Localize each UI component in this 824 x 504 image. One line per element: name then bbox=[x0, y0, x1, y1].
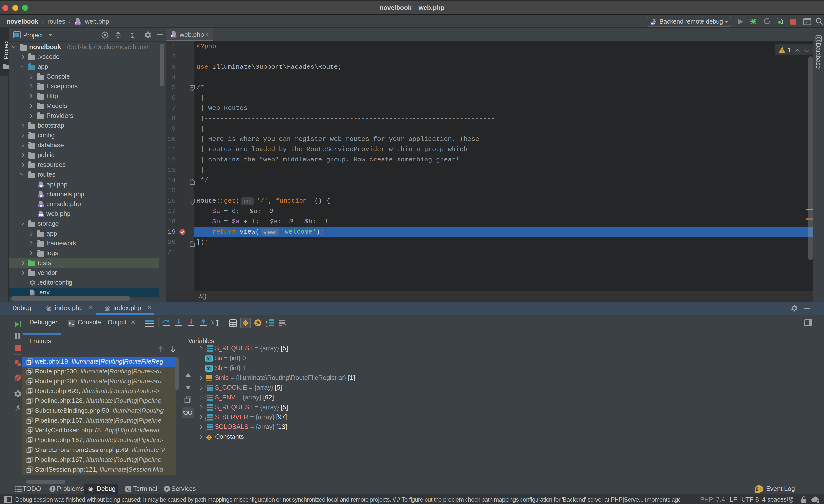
svg-text:2: 2 bbox=[205, 407, 206, 409]
svg-text:3: 3 bbox=[205, 389, 206, 392]
svg-text:1: 1 bbox=[205, 385, 206, 387]
svg-text:PHP: PHP bbox=[38, 205, 44, 207]
svg-text:PHP: PHP bbox=[38, 195, 44, 197]
svg-text:PHP: PHP bbox=[171, 35, 176, 37]
svg-text:2: 2 bbox=[205, 387, 206, 390]
svg-text:01: 01 bbox=[207, 357, 211, 361]
svg-text:PHP: PHP bbox=[38, 185, 44, 187]
svg-text:PHP: PHP bbox=[38, 214, 44, 217]
svg-text:3: 3 bbox=[205, 399, 206, 401]
svg-text:?: ? bbox=[814, 498, 816, 502]
svg-text:3: 3 bbox=[205, 419, 206, 421]
svg-text:C: C bbox=[244, 321, 247, 325]
svg-text:2: 2 bbox=[205, 417, 206, 419]
svg-text:3: 3 bbox=[205, 350, 206, 352]
svg-text:1: 1 bbox=[205, 424, 206, 426]
svg-text:1: 1 bbox=[205, 404, 206, 407]
svg-text:2: 2 bbox=[205, 348, 206, 350]
svg-text:1: 1 bbox=[205, 395, 206, 397]
svg-text:2: 2 bbox=[266, 322, 268, 325]
svg-text:1: 1 bbox=[205, 414, 206, 417]
svg-text:PHP: PHP bbox=[75, 22, 81, 24]
svg-text:3: 3 bbox=[205, 409, 206, 411]
svg-text:2: 2 bbox=[205, 426, 206, 429]
svg-text:PHP: PHP bbox=[651, 22, 654, 24]
svg-text:@: @ bbox=[255, 321, 260, 326]
svg-text:3: 3 bbox=[266, 325, 268, 327]
svg-text:3: 3 bbox=[205, 429, 206, 431]
svg-text:1: 1 bbox=[205, 346, 206, 348]
svg-text:1: 1 bbox=[266, 320, 268, 322]
svg-text:2: 2 bbox=[205, 397, 206, 399]
svg-text:C: C bbox=[208, 435, 211, 439]
svg-text:01: 01 bbox=[207, 367, 211, 371]
